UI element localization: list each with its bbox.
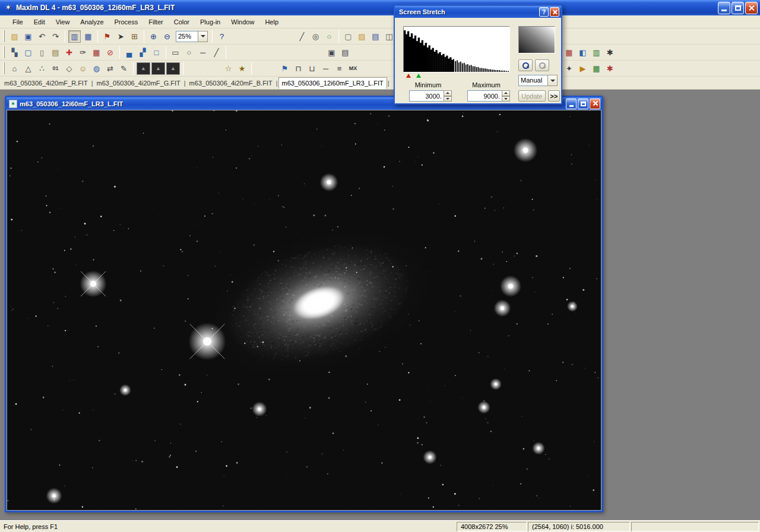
screen-stretch-titlebar[interactable]: Screen Stretch ? [395,6,561,18]
page-view-icon[interactable]: ▯ [36,46,48,59]
histogram-tool-icon[interactable]: ▄ [123,46,135,59]
dialog-close-button[interactable] [550,7,559,17]
clipboard-icon[interactable]: ▤ [49,46,62,59]
stretch-mode-combo[interactable]: Manual [518,75,558,86]
minimum-spin-down[interactable] [444,96,452,102]
stretch-histogram[interactable] [404,27,509,72]
aperture-icon[interactable]: ◎ [309,30,322,43]
document-tab[interactable]: m63_050306_4i20mF_G.FIT [94,78,183,88]
child-minimize-button[interactable] [566,99,577,109]
toolbar-grip[interactable] [3,30,5,42]
image-thumb-1-icon[interactable]: ▲ [137,62,150,75]
redo-icon[interactable]: ↷ [49,30,62,43]
line-select-icon[interactable]: ─ [197,46,209,59]
star-outline-icon[interactable]: ☆ [222,62,235,75]
maximum-spin-down[interactable] [502,96,510,102]
polygon-icon[interactable]: ⌂ [8,62,21,75]
zoom-combo-arrow[interactable] [198,31,208,42]
menu-item-plugin[interactable]: Plug-in [195,17,226,27]
toolbar-grip[interactable] [3,46,5,58]
minus-tool-icon[interactable]: ─ [319,62,332,75]
disable-icon[interactable]: ⊘ [104,46,116,59]
maximum-marker[interactable] [416,74,421,78]
document-tab[interactable]: m63_050306_12i60mF_LR3_L.FIT [278,77,387,89]
oval-select-icon[interactable]: ○ [183,46,195,59]
menu-item-color[interactable]: Color [169,17,195,27]
close-button[interactable] [745,2,758,14]
new-document-icon[interactable]: ▢ [342,30,354,43]
screen-stretch-icon[interactable]: ▥ [68,30,81,43]
image-thumb-2-icon[interactable]: ▲ [151,62,165,75]
smiley-icon[interactable]: ☺ [77,62,89,75]
dots-icon[interactable]: ∴ [36,62,48,75]
rect-select-icon[interactable]: ▭ [169,46,182,59]
update-button[interactable]: Update [518,90,546,102]
pointer-icon[interactable]: ➤ [115,30,127,43]
wrench-icon[interactable]: ✦ [563,62,575,75]
copy-icon[interactable]: ▣ [325,46,338,59]
zoom-in-icon[interactable]: ⊕ [147,30,160,43]
zoom-combo[interactable]: 25% [176,31,208,42]
open-folder-icon[interactable]: ▨ [8,30,21,43]
zoom-out-icon[interactable]: ⊖ [161,30,173,43]
display-mode-icon[interactable]: ▦ [82,30,94,43]
blocks-icon[interactable]: ▞ [137,46,149,59]
save-group-icon[interactable]: ▤ [369,30,382,43]
menu-item-help[interactable]: Help [259,17,284,27]
image-thumb-3-icon[interactable]: ▲ [166,62,180,75]
document-tab[interactable]: m63_050306_4i20mF_B.FIT [186,78,276,88]
dropper-icon[interactable]: ✑ [77,46,89,59]
dialog-help-button[interactable]: ? [539,7,549,17]
minimum-marker[interactable] [406,74,411,78]
toolbar-grip[interactable] [3,62,5,74]
menu-item-file[interactable]: File [7,17,28,27]
undo-icon[interactable]: ↶ [36,30,48,43]
config-icon[interactable]: ✱ [604,62,616,75]
triangle-icon[interactable]: △ [22,62,34,75]
color-grid-icon[interactable]: ▦ [563,46,575,59]
histogram-zoom-out-button[interactable] [535,59,549,71]
expand-button[interactable]: >> [548,90,560,102]
add-marker-icon[interactable]: ✚ [63,46,75,59]
zoom-value[interactable]: 25% [176,31,198,42]
image-window[interactable]: ✶ m63_050306_12i60mF_LR3_L.FIT [5,96,603,512]
save-icon[interactable]: ▣ [22,30,34,43]
palette-icon[interactable]: ◧ [577,46,589,59]
union-icon[interactable]: ⊔ [306,62,318,75]
child-close-button[interactable] [590,99,600,109]
maximum-value-field[interactable]: 9000. [467,90,502,102]
diamond-icon[interactable]: ◇ [63,62,75,75]
layout-grid-icon[interactable]: ▥ [590,46,603,59]
annotate-circle-icon[interactable]: ○ [323,30,335,43]
minimum-spin-up[interactable] [444,90,452,96]
grid-remove-icon[interactable]: ▦ [90,46,103,59]
globe-icon[interactable]: ◍ [90,62,103,75]
flag-marker-icon[interactable]: ⚑ [101,30,113,43]
binary-icon[interactable]: 01 [49,62,62,75]
menu-item-window[interactable]: Window [226,17,259,27]
stretch-mode-dropdown[interactable] [547,75,558,86]
minimize-button[interactable] [718,2,730,14]
histogram-zoom-in-button[interactable] [518,59,533,71]
screen-stretch-dialog[interactable]: Screen Stretch ? Minimum Maximum 3000. [394,5,562,104]
maximize-button[interactable] [732,2,744,14]
grid-color-icon[interactable]: ▦ [590,62,603,75]
run-script-icon[interactable]: ▶ [577,62,589,75]
pin-icon[interactable]: ⚑ [278,62,291,75]
menu-item-process[interactable]: Process [109,17,144,27]
paste-icon[interactable]: ▤ [339,46,352,59]
maxpoint-icon[interactable]: MX [347,62,359,75]
child-maximize-button[interactable] [578,99,588,109]
monitor-icon[interactable]: ▢ [22,46,34,59]
document-tab[interactable]: m63_050306_4i20mF_R.FIT [1,78,91,88]
minimum-value-field[interactable]: 3000. [409,90,444,102]
flip-icon[interactable]: ⇄ [104,62,116,75]
menu-item-filter[interactable]: Filter [143,17,168,27]
toolbox-icon[interactable]: ⊞ [128,30,141,43]
square-outline-icon[interactable]: □ [150,46,163,59]
workspace-icon[interactable]: ▚ [8,46,21,59]
open-document-icon[interactable]: ▨ [356,30,368,43]
pencil-icon[interactable]: ✎ [118,62,130,75]
tools-extra-icon[interactable]: ✱ [604,46,616,59]
clamp-icon[interactable]: ⊓ [292,62,305,75]
